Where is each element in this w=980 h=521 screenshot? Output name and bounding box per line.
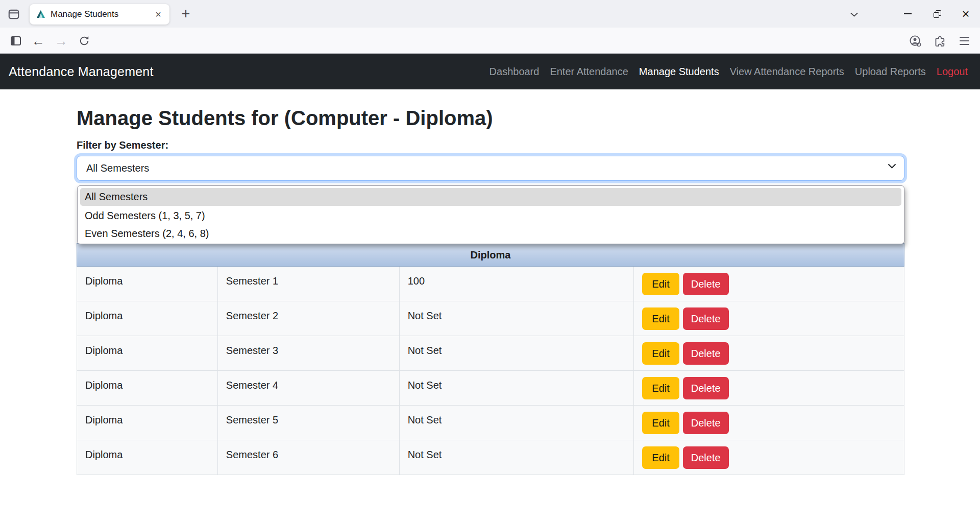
table-row: Diploma Semester 4 Not Set EditDelete [77, 371, 904, 406]
delete-button[interactable]: Delete [683, 446, 729, 469]
edit-button[interactable]: Edit [642, 273, 679, 295]
cell-students: 100 [399, 267, 634, 301]
firefox-view-icon[interactable] [6, 7, 21, 22]
table-row: Diploma Semester 6 Not Set EditDelete [77, 440, 904, 475]
dropdown-option-all[interactable]: All Semesters [80, 188, 901, 206]
table-row: Diploma Semester 5 Not Set EditDelete [77, 406, 904, 440]
nav-link-upload-reports[interactable]: Upload Reports [855, 66, 926, 78]
cell-actions: EditDelete [634, 440, 904, 475]
nav-link-manage-students[interactable]: Manage Students [639, 66, 719, 78]
brand-title: Attendance Management [9, 64, 154, 79]
dropdown-option-even[interactable]: Even Semesters (2, 4, 6, 8) [78, 225, 904, 243]
cell-students: Not Set [399, 371, 634, 406]
sidebar-toggle-icon[interactable] [7, 32, 24, 50]
cell-students: Not Set [399, 336, 634, 371]
reload-button[interactable] [76, 32, 93, 50]
semester-select[interactable]: All Semesters [77, 156, 904, 181]
nav-link-view-reports[interactable]: View Attendance Reports [730, 66, 844, 78]
semester-select-value: All Semesters [86, 162, 149, 174]
cell-semester: Semester 3 [217, 336, 399, 371]
list-tabs-chevron-icon[interactable] [845, 7, 863, 21]
cell-course: Diploma [77, 440, 218, 475]
dropdown-option-odd[interactable]: Odd Semesters (1, 3, 5, 7) [78, 207, 904, 225]
nav-links: Dashboard Enter Attendance Manage Studen… [489, 66, 968, 78]
cell-course: Diploma [77, 371, 218, 406]
new-tab-button[interactable]: + [177, 4, 195, 23]
cell-actions: EditDelete [634, 267, 904, 301]
table-row: Diploma Semester 2 Not Set EditDelete [77, 301, 904, 336]
cell-actions: EditDelete [634, 406, 904, 440]
table-row: Diploma Semester 1 100 EditDelete [77, 267, 904, 301]
edit-button[interactable]: Edit [642, 307, 679, 330]
tab-close-icon[interactable]: × [152, 8, 164, 20]
forward-button[interactable]: → [53, 32, 70, 50]
page-content: Manage Students for (Computer - Diploma)… [0, 89, 980, 521]
tab-title: Manage Students [51, 9, 152, 19]
page-title: Manage Students for (Computer - Diploma) [77, 89, 904, 130]
cell-semester: Semester 6 [217, 440, 399, 475]
cell-semester: Semester 5 [217, 406, 399, 440]
browser-toolbar: ← → http://localhost/Fina [0, 28, 980, 54]
delete-button[interactable]: Delete [683, 412, 729, 434]
cell-semester: Semester 1 [217, 267, 399, 301]
window-restore-button[interactable] [924, 0, 950, 28]
delete-button[interactable]: Delete [683, 273, 729, 295]
table-group-header: Diploma [77, 244, 904, 267]
cell-students: Not Set [399, 406, 634, 440]
window-close-button[interactable]: × [952, 0, 979, 28]
delete-button[interactable]: Delete [683, 377, 729, 399]
cell-students: Not Set [399, 440, 634, 475]
cell-students: Not Set [399, 301, 634, 336]
edit-button[interactable]: Edit [642, 342, 679, 365]
cell-course: Diploma [77, 301, 218, 336]
account-icon[interactable] [906, 32, 924, 50]
cell-actions: EditDelete [634, 336, 904, 371]
cell-course: Diploma [77, 406, 218, 440]
delete-button[interactable]: Delete [683, 342, 729, 365]
students-table: Diploma Diploma Semester 1 100 EditDelet… [77, 243, 904, 475]
cell-semester: Semester 4 [217, 371, 399, 406]
edit-button[interactable]: Edit [642, 446, 679, 469]
site-navbar: Attendance Management Dashboard Enter At… [0, 54, 980, 89]
cell-semester: Semester 2 [217, 301, 399, 336]
semester-dropdown: All Semesters Odd Semesters (1, 3, 5, 7)… [77, 185, 904, 244]
nav-link-dashboard[interactable]: Dashboard [489, 66, 540, 78]
favicon-icon [36, 9, 46, 19]
table-row: Diploma Semester 3 Not Set EditDelete [77, 336, 904, 371]
filter-label: Filter by Semester: [77, 139, 904, 151]
cell-actions: EditDelete [634, 371, 904, 406]
cell-course: Diploma [77, 336, 218, 371]
extensions-puzzle-icon[interactable] [931, 32, 948, 50]
menu-hamburger-icon[interactable] [955, 32, 973, 50]
cell-actions: EditDelete [634, 301, 904, 336]
edit-button[interactable]: Edit [642, 377, 679, 399]
chevron-down-icon [888, 163, 896, 169]
back-button[interactable]: ← [30, 32, 47, 50]
delete-button[interactable]: Delete [683, 307, 729, 330]
edit-button[interactable]: Edit [642, 412, 679, 434]
browser-tab[interactable]: Manage Students × [30, 4, 169, 25]
nav-link-logout[interactable]: Logout [937, 66, 968, 78]
window-minimize-button[interactable] [894, 0, 921, 28]
cell-course: Diploma [77, 267, 218, 301]
browser-tab-bar: Manage Students × + × [0, 0, 980, 28]
nav-link-enter-attendance[interactable]: Enter Attendance [550, 66, 628, 78]
